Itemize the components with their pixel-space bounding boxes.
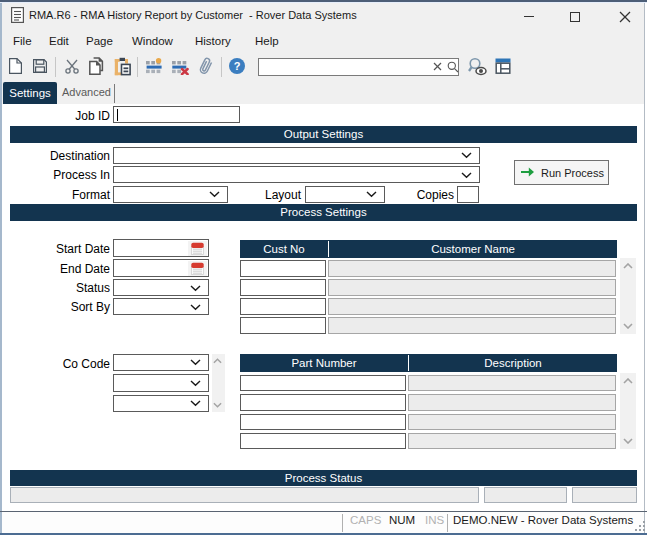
svg-text:?: ? xyxy=(234,60,241,72)
